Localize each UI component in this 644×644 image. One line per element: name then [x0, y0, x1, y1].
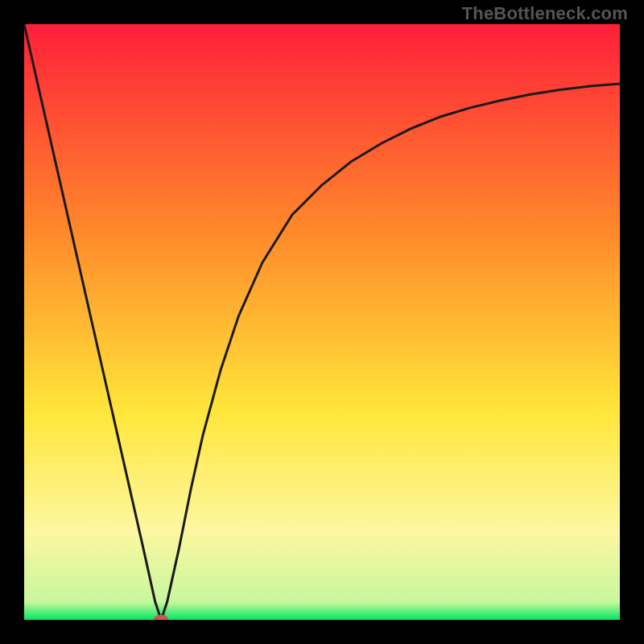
watermark-text: TheBottleneck.com [462, 3, 628, 24]
gradient-background [24, 24, 620, 620]
plot-area [24, 24, 620, 620]
plot-svg [24, 24, 620, 620]
minimum-marker [154, 615, 168, 620]
chart-frame: TheBottleneck.com [0, 0, 644, 644]
